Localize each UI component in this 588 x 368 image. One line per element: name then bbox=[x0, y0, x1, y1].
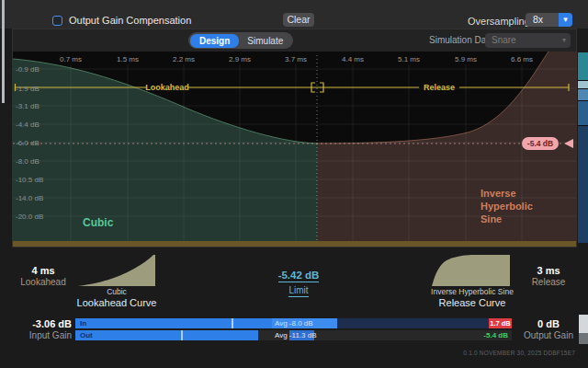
svg-text:4.4 ms: 4.4 ms bbox=[342, 55, 364, 63]
tab-design[interactable]: Design bbox=[190, 34, 239, 48]
svg-text:Sine: Sine bbox=[481, 213, 502, 224]
release-curve-caption: Inverse Hyperbolic Sine bbox=[415, 287, 529, 296]
lookahead-time-label: Lookahead bbox=[17, 277, 69, 287]
svg-text:6.6 ms: 6.6 ms bbox=[511, 55, 533, 63]
oversampling-value: 8x bbox=[533, 13, 543, 27]
limit-field-label: Limit bbox=[262, 281, 335, 297]
input-meter-name: In bbox=[80, 318, 86, 328]
input-meter-peak-badge: 1.7 dB bbox=[489, 318, 512, 328]
limiter-curve-graph: Lookahead Release 0.7 ms 1.5 ms 2.2 ms 2… bbox=[13, 52, 576, 247]
input-level-meter: In Avg -8.0 dB 1.7 dB bbox=[75, 318, 512, 328]
db-axis-labels: -0.9 dB -1.9 dB -3.1 dB -4.4 dB -6.0 dB … bbox=[16, 65, 43, 221]
simulation-data-value: Snare bbox=[492, 33, 516, 48]
chevron-down-icon: ▾ bbox=[559, 13, 572, 27]
svg-text:-4.4 dB: -4.4 dB bbox=[16, 121, 40, 129]
version-text: 0.1.0 NOVEMBER 30, 2025 DDBF15E7 bbox=[463, 350, 575, 356]
svg-text:Hyperbolic: Hyperbolic bbox=[481, 201, 533, 212]
lookahead-curve-caption: Cubic bbox=[78, 287, 155, 296]
output-meter-fill bbox=[75, 330, 258, 340]
svg-text:-3.1 dB: -3.1 dB bbox=[16, 102, 40, 110]
svg-text:-8.0 dB: -8.0 dB bbox=[16, 157, 40, 166]
svg-text:-14.0 dB: -14.0 dB bbox=[16, 194, 43, 202]
oversampling-dropdown[interactable]: 8x ▾ bbox=[526, 13, 572, 27]
right-edge-fragment-light bbox=[579, 315, 588, 333]
release-time-value[interactable]: 3 ms bbox=[519, 265, 578, 276]
svg-text:1.5 ms: 1.5 ms bbox=[117, 55, 139, 63]
lookahead-curve-thumbnail[interactable] bbox=[78, 255, 155, 286]
input-meter-avg: Avg -8.0 dB bbox=[275, 318, 313, 328]
svg-text:-0.9 dB: -0.9 dB bbox=[16, 65, 40, 74]
graph-panel: Design Simulate Simulation Data Snare ▾ bbox=[13, 29, 576, 247]
right-edge-fragment bbox=[578, 52, 588, 243]
svg-text:-1.9 dB: -1.9 dB bbox=[16, 85, 40, 93]
output-level-meter: Out Avg -11.3 dB -5.4 dB bbox=[75, 330, 512, 340]
output-meter-tick bbox=[181, 330, 183, 340]
svg-text:-6.0 dB: -6.0 dB bbox=[16, 139, 40, 147]
svg-text:3.7 ms: 3.7 ms bbox=[285, 55, 307, 63]
limiter-plugin-window: Output Gain Compensation Clear Oversampl… bbox=[0, 0, 588, 368]
release-time-label: Release bbox=[519, 277, 578, 287]
svg-text:-5.4 dB: -5.4 dB bbox=[527, 139, 553, 148]
lookahead-time-value[interactable]: 4 ms bbox=[17, 265, 69, 276]
svg-text:2.2 ms: 2.2 ms bbox=[173, 55, 195, 63]
lookahead-curve-name-label: Cubic bbox=[83, 216, 114, 229]
simulation-data-label: Simulation Data bbox=[429, 35, 494, 45]
release-span-label: Release bbox=[424, 83, 455, 92]
input-gain-label: Input Gain bbox=[9, 330, 72, 340]
design-simulate-toggle: Design Simulate bbox=[188, 32, 293, 49]
clear-button[interactable]: Clear bbox=[283, 13, 314, 27]
tab-simulate[interactable]: Simulate bbox=[239, 34, 291, 48]
left-edge-fragment bbox=[2, 0, 5, 103]
svg-text:5.1 ms: 5.1 ms bbox=[398, 55, 420, 63]
output-gain-compensation-label: Output Gain Compensation bbox=[69, 15, 191, 26]
svg-text:5.9 ms: 5.9 ms bbox=[455, 55, 477, 63]
chevron-down-icon: ▾ bbox=[562, 33, 566, 48]
svg-text:0.7 ms: 0.7 ms bbox=[60, 55, 82, 63]
output-gain-value[interactable]: 0 dB bbox=[519, 318, 578, 329]
limit-label-text: Limit bbox=[288, 285, 308, 297]
time-axis-strip bbox=[13, 241, 576, 247]
output-gain-compensation-checkbox[interactable] bbox=[52, 16, 62, 26]
output-meter-peak-value: -5.4 dB bbox=[483, 330, 508, 340]
simulation-data-dropdown[interactable]: Snare ▾ bbox=[485, 33, 571, 48]
svg-text:-10.5 dB: -10.5 dB bbox=[16, 176, 43, 184]
right-edge-fragment-gray bbox=[579, 333, 588, 344]
release-curve-title: Release Curve bbox=[415, 297, 529, 308]
output-gain-label: Output Gain bbox=[519, 330, 578, 340]
svg-text:2.9 ms: 2.9 ms bbox=[229, 55, 251, 63]
svg-text:Inverse: Inverse bbox=[481, 188, 516, 199]
release-curve-thumbnail[interactable] bbox=[432, 255, 512, 286]
svg-text:-20.0 dB: -20.0 dB bbox=[16, 213, 43, 221]
lookahead-span-label: Lookahead bbox=[145, 83, 189, 92]
time-axis-labels: 0.7 ms 1.5 ms 2.2 ms 2.9 ms 3.7 ms 4.4 m… bbox=[60, 55, 533, 63]
input-meter-tick bbox=[232, 318, 233, 328]
output-meter-name: Out bbox=[80, 330, 93, 340]
oversampling-label: Oversampling bbox=[468, 16, 530, 27]
input-gain-value[interactable]: -3.06 dB bbox=[9, 318, 72, 329]
output-meter-avg: Avg -11.3 dB bbox=[275, 330, 317, 340]
graph-toolbar: Design Simulate Simulation Data Snare ▾ bbox=[13, 29, 576, 52]
lookahead-curve-title: Lookahead Curve bbox=[60, 297, 174, 308]
